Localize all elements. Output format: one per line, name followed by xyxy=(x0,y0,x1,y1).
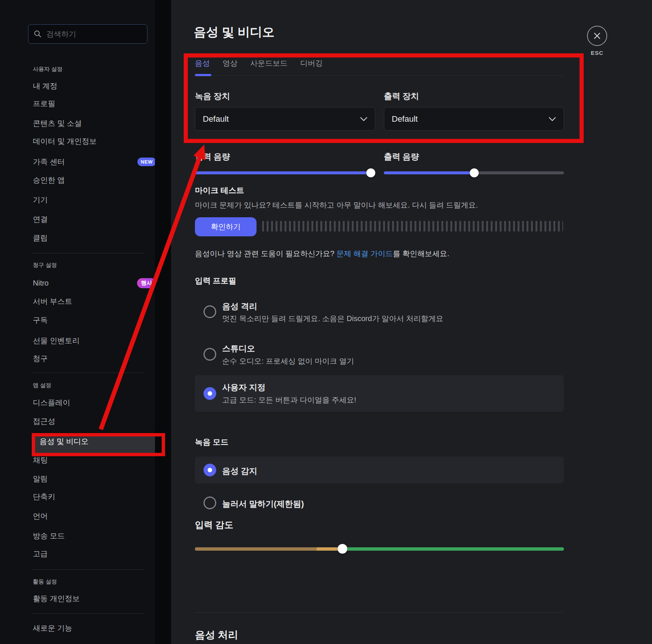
voice-video-tabs: 음성 영상 사운드보드 디버깅 xyxy=(195,58,323,68)
output-device-select[interactable]: Default xyxy=(384,107,564,131)
sidebar-item-family-center[interactable]: 가족 센터 xyxy=(33,154,149,169)
sidebar-item-billing[interactable]: 청구 xyxy=(33,351,149,366)
sidebar-section-header: 활동 설정 xyxy=(33,574,149,589)
studio-description: 순수 오디오: 프로세싱 없이 마이크 열기 xyxy=(222,356,354,366)
sidebar-item-label: 고급 xyxy=(33,549,48,559)
sensitivity-tan-segment xyxy=(195,547,317,551)
sidebar-item-label: 선물 인벤토리 xyxy=(33,336,80,346)
sidebar-item-keybinds[interactable]: 단축키 xyxy=(33,489,149,504)
sidebar-item-accessibility[interactable]: 접근성 xyxy=(33,414,149,429)
sidebar-item-gift-inventory[interactable]: 선물 인벤토리 xyxy=(33,333,149,348)
sidebar-divider xyxy=(32,373,144,373)
event-badge: 행사 xyxy=(137,278,156,288)
output-volume-handle[interactable] xyxy=(470,168,479,177)
sidebar-item-label: 콘텐츠 및 소셜 xyxy=(33,118,82,128)
sidebar-item-label: 데이터 및 개인정보 xyxy=(33,136,97,146)
tab-voice[interactable]: 음성 xyxy=(195,58,210,68)
sidebar-item-voice-video[interactable]: 음성 및 비디오 xyxy=(40,434,155,449)
input-profile-heading: 입력 프로필 xyxy=(195,276,236,286)
studio-label[interactable]: 스튜디오 xyxy=(222,343,255,354)
troubleshooting-guide-link[interactable]: 문제 해결 가이드 xyxy=(336,249,393,258)
sidebar-item-label: 채팅 xyxy=(33,455,48,465)
voice-isolation-description: 멋진 목소리만 들려 드릴게요. 소음은 Discord가 알아서 처리할게요 xyxy=(222,314,443,324)
sidebar-section-header-label: 앱 설정 xyxy=(33,382,51,389)
custom-description: 고급 모드: 모든 버튼과 다이얼을 주세요! xyxy=(222,395,356,405)
mic-test-button[interactable]: 확인하기 xyxy=(195,217,257,236)
sidebar-item-subscriptions[interactable]: 구독 xyxy=(33,312,149,327)
input-device-select[interactable]: Default xyxy=(195,107,375,131)
sidebar-item-label: 프로필 xyxy=(33,99,55,109)
sidebar-item-whats-new[interactable]: 새로운 기능 xyxy=(33,620,149,635)
sidebar-item-logout[interactable]: 로그아웃 xyxy=(33,642,149,644)
sidebar-item-data-privacy[interactable]: 데이터 및 개인정보 xyxy=(33,134,149,149)
search-icon xyxy=(34,30,42,38)
sidebar-divider xyxy=(32,253,144,253)
tab-debug[interactable]: 디버깅 xyxy=(300,58,323,68)
sidebar-item-chat[interactable]: 채팅 xyxy=(33,452,149,467)
sidebar-item-devices[interactable]: 기기 xyxy=(33,192,149,207)
input-volume-label: 입력 음량 xyxy=(195,151,230,162)
sidebar-section-header: 사용자 설정 xyxy=(33,62,149,77)
sidebar-item-content-social[interactable]: 콘텐츠 및 소셜 xyxy=(33,116,149,131)
settings-sidebar: 검색하기 사용자 설정내 계정프로필콘텐츠 및 소셜데이터 및 개인정보가족 센… xyxy=(0,0,155,644)
sidebar-item-notifications[interactable]: 알림 xyxy=(33,471,149,486)
input-volume-handle[interactable] xyxy=(366,168,375,177)
output-volume-slider[interactable] xyxy=(384,171,564,174)
sidebar-item-streamer-mode[interactable]: 방송 모드 xyxy=(33,528,149,543)
input-mode-heading: 녹음 모드 xyxy=(195,437,229,447)
input-device-value: Default xyxy=(203,114,229,124)
input-sensitivity-slider[interactable] xyxy=(195,547,564,551)
sidebar-item-label: Nitro xyxy=(33,279,49,287)
chevron-down-icon xyxy=(549,117,556,121)
sidebar-item-profile[interactable]: 프로필 xyxy=(33,96,149,111)
sidebar-item-advanced[interactable]: 고급 xyxy=(33,546,149,561)
radio-custom[interactable] xyxy=(204,387,216,400)
tab-soundboard[interactable]: 사운드보드 xyxy=(250,58,288,68)
sidebar-item-label: 활동 개인정보 xyxy=(33,594,80,604)
sidebar-item-label: 음성 및 비디오 xyxy=(40,436,89,447)
sidebar-item-clips[interactable]: 클립 xyxy=(33,230,149,245)
sidebar-section-header: 앱 설정 xyxy=(33,378,149,393)
sidebar-item-nitro[interactable]: Nitro xyxy=(33,276,149,290)
output-volume-label: 출력 음량 xyxy=(384,151,419,162)
mic-test-description: 마이크 문제가 있나요? 테스트를 시작하고 아무 말이나 해보세요. 다시 들… xyxy=(195,200,478,210)
sidebar-item-language[interactable]: 언어 xyxy=(33,508,149,523)
radio-push-to-talk[interactable] xyxy=(204,497,216,509)
sidebar-item-label: 방송 모드 xyxy=(33,531,65,541)
mic-level-meter xyxy=(262,221,563,231)
sidebar-item-label: 디스플레이 xyxy=(33,398,70,408)
sidebar-item-label: 구독 xyxy=(33,315,48,325)
voice-isolation-label[interactable]: 음성 격리 xyxy=(222,301,257,312)
sensitivity-green-segment xyxy=(342,547,564,551)
mic-test-heading: 마이크 테스트 xyxy=(195,185,244,196)
sidebar-item-authorized-apps[interactable]: 승인한 앱 xyxy=(33,172,149,187)
sidebar-item-label: 내 계정 xyxy=(33,81,58,91)
sidebar-item-activity-privacy[interactable]: 활동 개인정보 xyxy=(33,591,149,606)
voice-activity-label[interactable]: 음성 감지 xyxy=(222,466,257,477)
sidebar-section-header-label: 사용자 설정 xyxy=(33,66,62,73)
sidebar-item-display[interactable]: 디스플레이 xyxy=(33,395,149,410)
new-badge: NEW xyxy=(137,158,156,166)
input-volume-slider[interactable] xyxy=(195,171,375,174)
input-volume-fill xyxy=(195,171,371,174)
tab-video[interactable]: 영상 xyxy=(223,58,237,68)
sidebar-item-connections[interactable]: 연결 xyxy=(33,212,149,227)
push-to-talk-label[interactable]: 눌러서 말하기(제한됨) xyxy=(222,498,304,510)
sidebar-content-gutter xyxy=(155,0,171,644)
sidebar-item-server-boost[interactable]: 서버 부스트 xyxy=(33,294,149,309)
custom-label[interactable]: 사용자 지정 xyxy=(222,382,266,393)
close-button[interactable] xyxy=(587,26,607,46)
custom-option-card[interactable] xyxy=(195,375,564,412)
sidebar-section-header-label: 활동 설정 xyxy=(33,578,57,585)
sidebar-section-header: 청구 설정 xyxy=(33,258,149,273)
radio-voice-isolation[interactable] xyxy=(204,305,216,318)
help-text-pre: 음성이나 영상 관련 도움이 필요하신가요? xyxy=(195,249,336,258)
sidebar-item-my-account[interactable]: 내 계정 xyxy=(33,78,149,93)
sidebar-item-label: 승인한 앱 xyxy=(33,175,65,185)
radio-voice-activity[interactable] xyxy=(204,464,216,476)
sensitivity-handle[interactable] xyxy=(338,544,347,554)
sidebar-item-label: 연결 xyxy=(33,214,48,224)
radio-studio[interactable] xyxy=(204,348,216,361)
voice-processing-heading: 음성 처리 xyxy=(195,628,238,642)
search-input[interactable]: 검색하기 xyxy=(28,24,148,44)
